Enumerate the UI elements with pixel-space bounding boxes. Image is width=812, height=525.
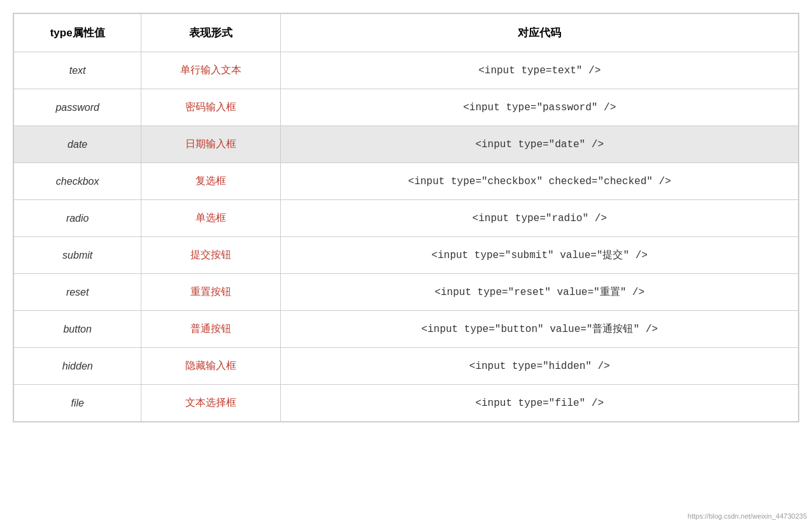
col-header-type: type属性值 bbox=[14, 14, 141, 52]
type-value-cell: date bbox=[14, 126, 141, 163]
table-header-row: type属性值 表现形式 对应代码 bbox=[14, 14, 799, 52]
main-table-wrapper: type属性值 表现形式 对应代码 text单行输入文本<input type=… bbox=[13, 13, 799, 422]
watermark-text: https://blog.csdn.net/weixin_44730235 bbox=[688, 512, 807, 520]
table-row: button普通按钮<input type="button" value="普通… bbox=[14, 311, 799, 348]
display-form-cell: 密码输入框 bbox=[141, 89, 281, 126]
code-sample-cell: <input type="checkbox" checked="checked"… bbox=[281, 163, 799, 200]
table-row: hidden隐藏输入框<input type="hidden" /> bbox=[14, 348, 799, 385]
display-form-cell: 单行输入文本 bbox=[141, 52, 281, 89]
table-row: reset重置按钮<input type="reset" value="重置" … bbox=[14, 274, 799, 311]
display-form-cell: 单选框 bbox=[141, 200, 281, 237]
type-value-cell: text bbox=[14, 52, 141, 89]
type-value-cell: button bbox=[14, 311, 141, 348]
code-sample-cell: <input type="hidden" /> bbox=[281, 348, 799, 385]
display-form-cell: 重置按钮 bbox=[141, 274, 281, 311]
type-value-cell: radio bbox=[14, 200, 141, 237]
code-sample-cell: <input type="radio" /> bbox=[281, 200, 799, 237]
type-value-cell: file bbox=[14, 385, 141, 422]
code-sample-cell: <input type=text" /> bbox=[281, 52, 799, 89]
type-value-cell: hidden bbox=[14, 348, 141, 385]
display-form-cell: 提交按钮 bbox=[141, 237, 281, 274]
code-sample-cell: <input type="submit" value="提交" /> bbox=[281, 237, 799, 274]
type-value-cell: submit bbox=[14, 237, 141, 274]
display-form-cell: 文本选择框 bbox=[141, 385, 281, 422]
type-value-cell: password bbox=[14, 89, 141, 126]
table-row: checkbox复选框<input type="checkbox" checke… bbox=[14, 163, 799, 200]
table-row: file文本选择框<input type="file" /> bbox=[14, 385, 799, 422]
code-sample-cell: <input type="button" value="普通按钮" /> bbox=[281, 311, 799, 348]
code-sample-cell: <input type="date" /> bbox=[281, 126, 799, 163]
col-header-code: 对应代码 bbox=[281, 14, 799, 52]
type-value-cell: checkbox bbox=[14, 163, 141, 200]
type-value-cell: reset bbox=[14, 274, 141, 311]
code-sample-cell: <input type="file" /> bbox=[281, 385, 799, 422]
code-sample-cell: <input type="reset" value="重置" /> bbox=[281, 274, 799, 311]
table-row: date日期输入框<input type="date" /> bbox=[14, 126, 799, 163]
display-form-cell: 复选框 bbox=[141, 163, 281, 200]
table-row: submit提交按钮<input type="submit" value="提交… bbox=[14, 237, 799, 274]
display-form-cell: 日期输入框 bbox=[141, 126, 281, 163]
display-form-cell: 普通按钮 bbox=[141, 311, 281, 348]
col-header-display: 表现形式 bbox=[141, 14, 281, 52]
display-form-cell: 隐藏输入框 bbox=[141, 348, 281, 385]
table-row: text单行输入文本<input type=text" /> bbox=[14, 52, 799, 89]
table-row: password密码输入框<input type="password" /> bbox=[14, 89, 799, 126]
type-attributes-table: type属性值 表现形式 对应代码 text单行输入文本<input type=… bbox=[13, 13, 799, 422]
code-sample-cell: <input type="password" /> bbox=[281, 89, 799, 126]
table-row: radio单选框<input type="radio" /> bbox=[14, 200, 799, 237]
